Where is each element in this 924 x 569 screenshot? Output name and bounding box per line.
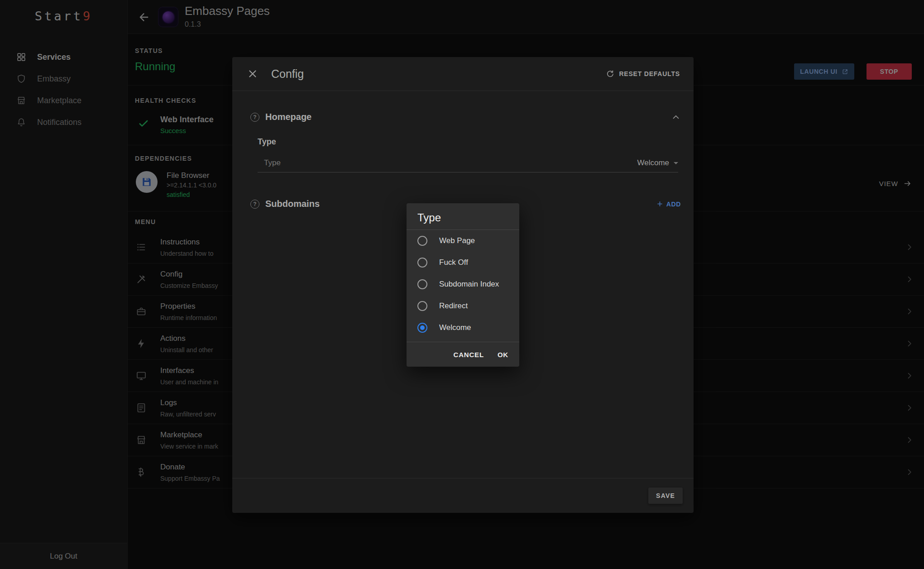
- ok-button[interactable]: OK: [498, 351, 508, 359]
- type-option-subdomain-index[interactable]: Subdomain Index: [407, 273, 519, 295]
- screen: Start9 Services Embassy Marketplace: [0, 0, 924, 569]
- dialog-actions: CANCEL OK: [407, 342, 519, 367]
- radio-icon: [417, 301, 427, 311]
- type-option-welcome[interactable]: Welcome: [407, 317, 519, 339]
- type-option-fuck-off[interactable]: Fuck Off: [407, 252, 519, 273]
- type-options-list: Web Page Fuck Off Subdomain Index Redire…: [407, 230, 519, 339]
- type-option-web-page[interactable]: Web Page: [407, 230, 519, 252]
- option-label: Web Page: [439, 236, 475, 245]
- dialog-title: Type: [407, 203, 519, 230]
- radio-icon: [417, 279, 427, 289]
- option-label: Welcome: [439, 323, 471, 332]
- radio-icon: [417, 258, 427, 268]
- option-label: Redirect: [439, 301, 468, 311]
- radio-icon: [417, 236, 427, 246]
- cancel-button[interactable]: CANCEL: [454, 351, 484, 359]
- type-dialog: Type Web Page Fuck Off Subdomain Index R…: [407, 203, 519, 367]
- option-label: Fuck Off: [439, 258, 468, 267]
- radio-icon: [417, 323, 427, 333]
- type-option-redirect[interactable]: Redirect: [407, 295, 519, 317]
- option-label: Subdomain Index: [439, 280, 499, 289]
